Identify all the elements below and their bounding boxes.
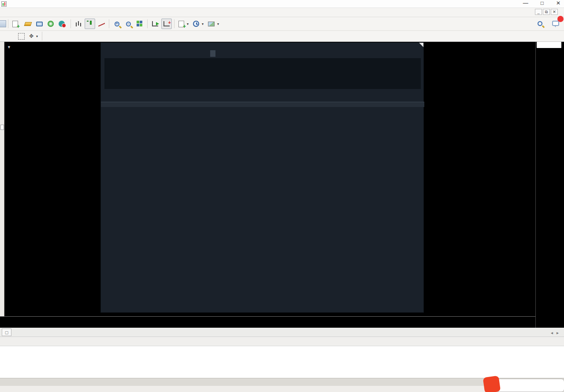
gold-icon [24, 22, 32, 26]
child-window-controls: _ ⧉ ✕ [535, 9, 558, 15]
text-tool-icon [18, 33, 25, 40]
periods-button[interactable]: ▾ [191, 18, 205, 29]
templates-button[interactable]: ▾ [206, 18, 221, 29]
open-positions-table [0, 337, 564, 378]
line-chart-mode-button[interactable] [96, 18, 107, 29]
template-icon [208, 22, 215, 26]
app-icon [1, 1, 7, 7]
chart-shift-button[interactable]: + [161, 18, 172, 29]
child-close-button[interactable]: ✕ [551, 9, 558, 15]
strategy-tester-button[interactable] [45, 18, 56, 29]
zoom-in-button[interactable]: + [111, 18, 122, 29]
tile-windows-icon [137, 21, 143, 27]
zoom-in-icon: + [115, 22, 119, 26]
chart-shift-icon: + [163, 21, 170, 26]
bar-chart-mode-button[interactable] [73, 18, 84, 29]
cursor-tool-button[interactable] [4, 31, 15, 41]
price-axis[interactable] [535, 42, 564, 328]
text-tool-button[interactable] [16, 31, 26, 41]
zoom-out-icon: − [126, 22, 131, 26]
minimize-button[interactable]: — [523, 0, 528, 6]
clock-icon [193, 21, 199, 27]
auto-scroll-button[interactable] [150, 18, 160, 29]
child-restore-button[interactable]: ⧉ [543, 9, 550, 15]
terminal-button[interactable] [34, 18, 45, 29]
chat-bubble-icon [552, 21, 559, 26]
candlestick-icon [87, 21, 93, 27]
auto-trading-button[interactable] [57, 18, 68, 29]
ime-logo[interactable] [483, 376, 501, 392]
child-minimize-button[interactable]: _ [535, 9, 542, 15]
equity-curve-chart [104, 58, 421, 89]
clipped-toolbar-icon [0, 20, 6, 27]
radar-icon [48, 21, 54, 27]
menu-bar [0, 8, 564, 17]
line-chart-icon [98, 21, 105, 26]
auto-trading-icon [59, 21, 65, 27]
shapes-tool-button[interactable]: ✥▾ [27, 31, 40, 41]
new-order-icon: + [12, 21, 18, 27]
chart-tab-bar: ▢ ◂▸ [0, 328, 564, 337]
table-total-row [101, 102, 424, 107]
indicators-button[interactable]: +▾ [177, 18, 190, 29]
toolbox-tab-bar [0, 386, 564, 392]
crosshair-icon: ✥ [29, 33, 33, 39]
current-price-badge [537, 42, 561, 48]
time-axis[interactable] [0, 316, 535, 328]
maximize-button[interactable]: □ [541, 0, 544, 6]
chevron-down-icon: ▼ [7, 45, 11, 49]
candlestick-mode-button[interactable] [85, 18, 95, 29]
window-list-button[interactable]: ▢ [2, 329, 11, 336]
close-button[interactable]: ✕ [556, 0, 560, 6]
ime-toolbar[interactable] [497, 379, 564, 392]
chart-symbol-label: ▼ [7, 44, 13, 49]
notification-badge [557, 16, 564, 22]
panel-path-tab[interactable] [210, 50, 215, 57]
standard-toolbar: + + − + +▾ ▾ ▾ [0, 17, 564, 31]
ohlc-bars-icon [75, 21, 82, 27]
left-panel-edge [0, 42, 4, 328]
new-order-button[interactable]: + [11, 18, 22, 29]
tile-windows-button[interactable] [134, 18, 145, 29]
daily-statistics-table [101, 95, 424, 107]
panel-resize-corner[interactable] [419, 43, 423, 47]
indicators-icon: + [178, 21, 184, 27]
account-status-bar [0, 378, 564, 386]
terminal-icon [36, 22, 43, 26]
search-icon [538, 21, 542, 26]
notifications-button[interactable] [550, 18, 561, 29]
auto-scroll-icon [152, 21, 158, 26]
search-button[interactable] [534, 18, 545, 29]
title-bar: — □ ✕ [0, 0, 564, 8]
drawing-timeframe-toolbar: ✥▾ [0, 31, 564, 42]
mt4-terminal-window: — □ ✕ _ ⧉ ✕ + + − [0, 0, 564, 392]
tab-scroll-arrows[interactable]: ◂▸ [551, 330, 562, 335]
zoom-out-button[interactable]: − [123, 18, 134, 29]
market-watch-button[interactable] [22, 18, 33, 29]
mtdriver-statistics-panel [100, 42, 424, 313]
